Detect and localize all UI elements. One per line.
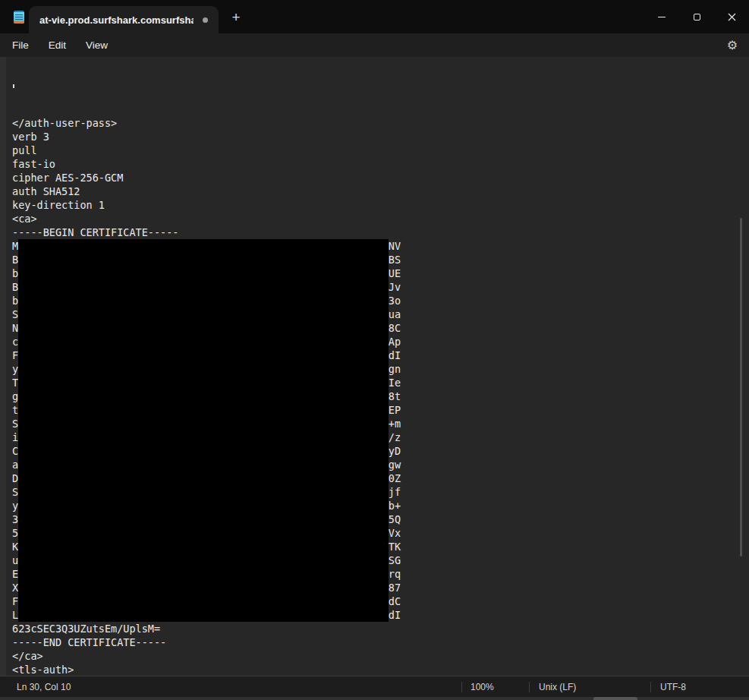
glyph-fragment [13, 84, 14, 88]
editor-line: uSG [12, 553, 749, 567]
visible-text-fragment: SG [389, 554, 401, 566]
minimize-button[interactable] [644, 0, 679, 33]
visible-text-fragment: NV [389, 240, 401, 252]
encoding[interactable]: UTF-8 [660, 676, 686, 698]
editor-line: </auth-user-pass> [12, 116, 749, 130]
visible-text-fragment: c [12, 336, 18, 348]
visible-text-fragment: 3 [12, 513, 18, 525]
redacted-block [18, 553, 389, 567]
visible-text-fragment: a [12, 459, 18, 471]
visible-text-fragment: Ap [389, 336, 401, 348]
redacted-block [18, 458, 389, 471]
visible-text-fragment: 8t [389, 390, 401, 402]
editor-line: ygn [12, 362, 749, 376]
editor-line: auth SHA512 [12, 184, 749, 198]
notepad-app-icon [14, 11, 24, 24]
editor-line: 35Q [12, 512, 749, 526]
statusbar-divider [650, 682, 651, 692]
editor-line: D0Z [12, 471, 749, 485]
redacted-block [18, 362, 389, 376]
redacted-block [18, 403, 389, 417]
editor-line: LdI [12, 608, 749, 622]
statusbar: Ln 30, Col 10 100% Unix (LF) UTF-8 [0, 676, 749, 697]
editor-line: FdC [12, 594, 749, 608]
visible-text-fragment: 0Z [389, 472, 401, 484]
document-tab[interactable]: at-vie.prod.surfshark.comsurfshark [29, 6, 219, 33]
partial-scrolled-line [12, 84, 749, 89]
visible-text-fragment: L [12, 609, 18, 621]
visible-text-fragment: 3o [389, 295, 401, 307]
editor-line: tEP [12, 403, 749, 417]
editor-line: FdI [12, 348, 749, 362]
visible-text-fragment: Ie [389, 377, 401, 389]
visible-text-fragment: y [12, 363, 18, 375]
editor-line: bUE [12, 266, 749, 280]
editor-line: Erq [12, 567, 749, 581]
visible-text-fragment: TK [389, 541, 401, 553]
visible-text-fragment: S [12, 308, 18, 320]
visible-text-fragment: M [12, 240, 18, 252]
new-tab-button[interactable]: + [225, 6, 247, 29]
visible-text-fragment: B [12, 281, 18, 293]
visible-text-fragment: S [12, 418, 18, 430]
line-ending[interactable]: Unix (LF) [539, 676, 576, 698]
redacted-block [18, 444, 389, 458]
editor-line: MNV [12, 239, 749, 253]
editor-line: S+m [12, 417, 749, 430]
minimize-icon [658, 17, 666, 17]
zoom-level[interactable]: 100% [470, 676, 494, 698]
editor-lines[interactable]: </auth-user-pass>verb 3pullfast-iocipher… [0, 57, 749, 676]
menu-file[interactable]: File [12, 39, 29, 51]
editor-line: CyD [12, 444, 749, 458]
redacted-block [18, 594, 389, 608]
redacted-block [18, 540, 389, 553]
editor-line: Sua [12, 307, 749, 321]
close-button[interactable] [714, 0, 749, 33]
visible-text-fragment: dC [389, 595, 401, 607]
editor-line: TIe [12, 376, 749, 389]
editor-line: verb 3 [12, 130, 749, 143]
redacted-block [18, 499, 389, 512]
visible-text-fragment: u [12, 554, 18, 566]
vertical-scrollbar[interactable] [740, 218, 742, 557]
visible-text-fragment: S [12, 486, 18, 498]
menubar: File Edit View ⚙ [0, 33, 749, 57]
visible-text-fragment: b+ [389, 500, 401, 512]
window-bottom-edge [0, 697, 749, 700]
redacted-block [18, 376, 389, 389]
visible-text-fragment: 8C [389, 322, 401, 334]
unsaved-changes-dot-icon [203, 17, 208, 23]
redacted-block [18, 294, 389, 307]
visible-text-fragment: 5Q [389, 513, 401, 525]
visible-text-fragment: 5 [12, 527, 18, 539]
editor-line: </ca> [12, 649, 749, 663]
editor-line: BJv [12, 280, 749, 294]
visible-text-fragment: dI [389, 609, 401, 621]
redacted-block [18, 608, 389, 622]
visible-text-fragment: b [12, 295, 18, 307]
editor-area[interactable]: </auth-user-pass>verb 3pullfast-iocipher… [0, 57, 749, 676]
visible-text-fragment: jf [389, 486, 401, 498]
statusbar-divider [529, 682, 530, 692]
editor-line: b3o [12, 294, 749, 307]
redacted-block [18, 389, 389, 403]
visible-text-fragment: 87 [389, 582, 401, 594]
menu-view[interactable]: View [86, 39, 108, 51]
menu-edit[interactable]: Edit [49, 39, 66, 51]
visible-text-fragment: X [12, 582, 18, 594]
redacted-block [18, 567, 389, 581]
redacted-block [18, 471, 389, 485]
editor-line: pull [12, 143, 749, 157]
visible-text-fragment: B [12, 254, 18, 266]
maximize-button[interactable] [679, 0, 714, 33]
redacted-block [18, 307, 389, 321]
visible-text-fragment: T [12, 377, 18, 389]
visible-text-fragment: BS [389, 254, 401, 266]
settings-gear-icon[interactable]: ⚙ [727, 33, 738, 57]
visible-text-fragment: K [12, 541, 18, 553]
close-icon [728, 13, 736, 21]
visible-text-fragment: /z [389, 431, 401, 443]
visible-text-fragment: Jv [389, 281, 401, 293]
redacted-block [18, 335, 389, 348]
statusbar-divider [461, 682, 462, 692]
